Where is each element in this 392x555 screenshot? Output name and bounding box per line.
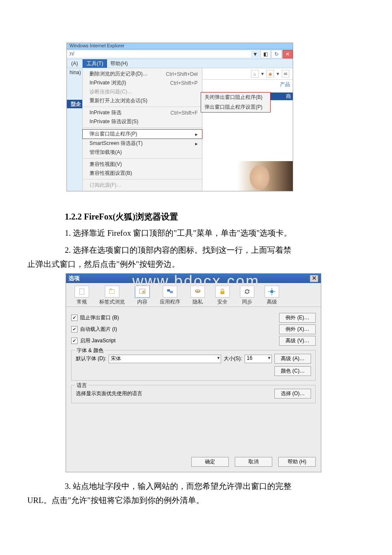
tab-security[interactable]: 安全 xyxy=(215,286,230,306)
svg-point-9 xyxy=(198,290,199,291)
check-js-row: ✔启用 JavaScript 高级 (V)… xyxy=(71,336,316,346)
ie-left-column: hina) 型企 xyxy=(67,68,83,191)
tab-content[interactable]: 页内容 xyxy=(135,286,150,306)
left-tab[interactable]: 型企 xyxy=(67,100,82,108)
paragraph-2a: 2. 选择在选项窗口的顶部内容的图标。找到这一行，上面写着禁 xyxy=(65,244,365,257)
tab-privacy-label: 隐私 xyxy=(193,298,203,306)
cancel-button[interactable]: 取消 xyxy=(235,457,272,467)
lang-desc: 选择显示页面优先使用的语言 xyxy=(76,390,142,397)
menu-compat-view-settings[interactable]: 兼容性视图设置(B) xyxy=(83,169,202,178)
tab-general-label: 常规 xyxy=(77,298,87,306)
default-font-label: 默认字体 (D): xyxy=(76,355,106,362)
left-cell-spacer2 xyxy=(67,83,82,100)
check-label: 自动载入图片 (I) xyxy=(80,326,117,333)
svg-rect-2 xyxy=(110,289,112,290)
tab-sync[interactable]: 同步 xyxy=(240,286,254,306)
svg-point-11 xyxy=(270,290,274,293)
tab-tabs[interactable]: 标签式浏览 xyxy=(99,286,125,306)
svg-rect-10 xyxy=(221,291,225,294)
body-spacer xyxy=(71,403,316,450)
checkbox-icon[interactable]: ✔ xyxy=(71,315,78,321)
left-cell-spacer xyxy=(67,77,82,83)
check-label: 启用 JavaScript xyxy=(80,337,115,344)
svg-rect-0 xyxy=(80,289,84,295)
menu-smartscreen[interactable]: SmartScreen 筛选器(T)▸ xyxy=(83,139,202,148)
default-font-select[interactable]: 宋体 xyxy=(109,355,221,363)
popup-blocker-submenu: 关闭弹出窗口阻止程序(B) 弹出窗口阻止程序设置(P) xyxy=(201,92,271,113)
menu-inprivate-filter-settings[interactable]: InPrivate 筛选设置(S) xyxy=(83,117,202,126)
dialog-footer: 确定 取消 帮助 (H) xyxy=(66,453,321,472)
tab-advanced-label: 高级 xyxy=(267,298,277,306)
menu-a[interactable]: (A) xyxy=(67,59,83,68)
check-load-images[interactable]: ✔自动载入图片 (I) xyxy=(71,326,117,333)
menu-reopen-session[interactable]: 重新打开上次浏览会话(S) xyxy=(83,96,202,105)
submenu-settings[interactable]: 弹出窗口阻止程序设置(P) xyxy=(201,102,270,112)
tools-dropdown: 删除浏览的历史记录(D)…Ctrl+Shift+Del InPrivate 浏览… xyxy=(83,68,202,191)
tab-privacy[interactable]: 隐私 xyxy=(190,286,205,306)
nav-shop[interactable]: 商 xyxy=(284,93,293,100)
menu-subscribe-feed: 订阅此源(F)… xyxy=(83,181,202,190)
checkbox-icon[interactable]: ✔ xyxy=(71,326,78,332)
tab-content-label: 内容 xyxy=(137,298,147,306)
size-value: 16 xyxy=(247,355,252,361)
font-legend: 字体 & 颜色 xyxy=(75,347,105,354)
submenu-turn-off[interactable]: 关闭弹出窗口阻止程序(B) xyxy=(201,92,270,102)
ie-right-toolbar: ⌂▾ ◉▾ ✉ xyxy=(202,68,293,80)
prod-link[interactable]: 产品 xyxy=(280,81,290,88)
ok-button[interactable]: 确定 xyxy=(191,457,229,467)
lang-legend: 语言 xyxy=(75,382,89,389)
choose-o-button[interactable]: 选择 (O)… xyxy=(274,389,311,399)
page: Windows Internet Explorer :n/ ▼ ◧ ↻ ✕ (A… xyxy=(0,0,392,535)
firefox-options-dialog: 选项 ✕ 常规 标签式浏览 页内容 应用程序 隐私 安全 同步 高级 ✔阻止弹出… xyxy=(66,273,321,472)
menu-tools[interactable]: 工具(T) xyxy=(83,59,107,68)
color-c-button[interactable]: 颜色 (C)… xyxy=(274,366,311,376)
tab-sync-label: 同步 xyxy=(242,298,252,306)
check-block-popup-row: ✔阻止弹出窗口 (B) 例外 (E)… xyxy=(71,313,316,323)
menu-inprivate-filter[interactable]: InPrivate 筛选Ctrl+Shift+F xyxy=(83,108,202,117)
ie-body-row: hina) 型企 删除浏览的历史记录(D)…Ctrl+Shift+Del InP… xyxy=(67,68,293,191)
menu-compat-view[interactable]: 兼容性视图(V) xyxy=(83,160,202,169)
menu-popup-blocker[interactable]: 弹出窗口阻止程序(P)▸ xyxy=(82,129,202,139)
dialog-title-bar: 选项 ✕ xyxy=(66,274,321,283)
svg-rect-13 xyxy=(271,294,272,295)
close-icon[interactable]: ✕ xyxy=(310,275,318,282)
stop-icon[interactable]: ✕ xyxy=(282,50,293,58)
help-button[interactable]: 帮助 (H) xyxy=(278,457,316,467)
spacer xyxy=(202,80,293,92)
chevron-down-icon[interactable]: ▾ xyxy=(277,71,279,77)
menu-inprivate-browse[interactable]: InPrivate 浏览(I)Ctrl+Shift+P xyxy=(83,78,202,87)
check-block-popup[interactable]: ✔阻止弹出窗口 (B) xyxy=(71,314,119,321)
promo-image xyxy=(237,161,293,191)
refresh-icon[interactable]: ↻ xyxy=(271,50,282,58)
left-cell-hina: hina) xyxy=(67,68,82,77)
mail-icon[interactable]: ✉ xyxy=(282,70,289,78)
exceptions-e-button[interactable]: 例外 (E)… xyxy=(279,313,316,323)
home-icon[interactable]: ⌂ xyxy=(251,70,259,78)
compat-icon[interactable]: ◧ xyxy=(260,50,271,58)
ie-screenshot: Windows Internet Explorer :n/ ▼ ◧ ↻ ✕ (A… xyxy=(66,43,293,191)
ie-url-text[interactable]: :n/ xyxy=(67,51,251,58)
menu-help[interactable]: 帮助(H) xyxy=(107,59,131,68)
tab-advanced[interactable]: 高级 xyxy=(265,286,279,306)
svg-rect-7 xyxy=(170,291,173,293)
advanced-a-button[interactable]: 高级 (A)… xyxy=(274,354,311,364)
paragraph-3a: 3. 站点地址字段中，输入网站的，而您希望允许弹出窗口的完整 xyxy=(65,480,365,493)
menu-delete-history[interactable]: 删除浏览的历史记录(D)…Ctrl+Shift+Del xyxy=(83,69,202,78)
advanced-v-button[interactable]: 高级 (V)… xyxy=(279,336,316,346)
svg-rect-14 xyxy=(268,291,270,292)
exceptions-x-button[interactable]: 例外 (X)… xyxy=(279,324,316,334)
checkbox-icon[interactable]: ✔ xyxy=(71,338,78,344)
tab-general[interactable]: 常规 xyxy=(75,286,89,306)
dialog-tabs: 常规 标签式浏览 页内容 应用程序 隐私 安全 同步 高级 xyxy=(66,283,321,307)
font-size-select[interactable]: 16 xyxy=(245,355,272,363)
check-enable-js[interactable]: ✔启用 JavaScript xyxy=(71,337,115,344)
chevron-down-icon[interactable]: ▾ xyxy=(261,71,264,77)
tab-apps[interactable]: 应用程序 xyxy=(160,286,180,306)
dropdown-icon[interactable]: ▼ xyxy=(251,51,259,57)
menu-manage-addons[interactable]: 管理加载项(A) xyxy=(83,148,202,157)
color-row: 颜色 (C)… xyxy=(76,366,311,376)
svg-rect-12 xyxy=(271,288,272,289)
check-load-images-row: ✔自动载入图片 (I) 例外 (X)… xyxy=(71,324,316,334)
check-label: 阻止弹出窗口 (B) xyxy=(80,314,119,321)
feed-icon[interactable]: ◉ xyxy=(266,70,274,78)
